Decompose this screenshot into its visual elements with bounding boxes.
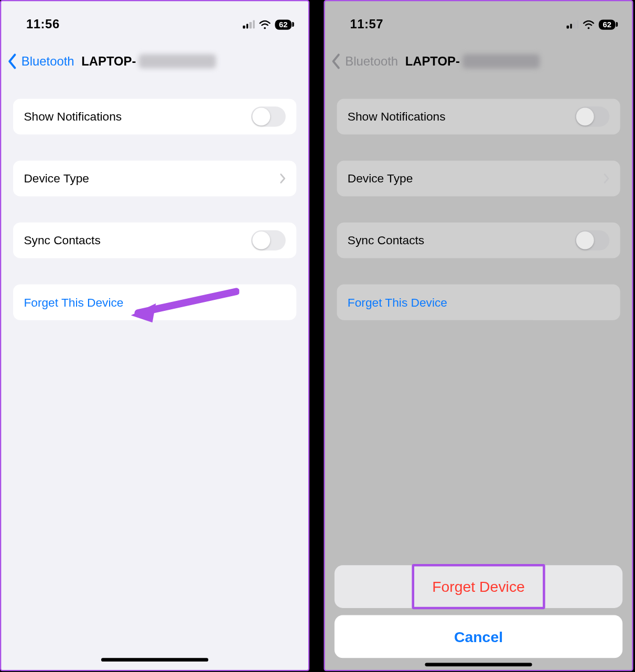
back-button: Bluetooth [345, 54, 398, 68]
sheet-cancel-button[interactable]: Cancel [335, 615, 622, 658]
row-sync-contacts[interactable]: Sync Contacts [13, 222, 296, 258]
toggle-show-notifications [575, 106, 609, 127]
annotation-highlight [412, 564, 545, 609]
settings-list: Show Notifications Device Type Sync Cont… [325, 79, 632, 320]
status-time: 11:56 [26, 17, 60, 31]
home-indicator[interactable] [101, 658, 208, 662]
cellular-signal-icon [567, 20, 579, 29]
status-icons: 62 [243, 19, 292, 29]
action-sheet: Forget Device Cancel [335, 558, 622, 658]
row-device-type: Device Type [337, 160, 620, 196]
forget-label: Forget This Device [348, 296, 447, 309]
row-label: Show Notifications [24, 110, 122, 123]
row-sync-contacts: Sync Contacts [337, 222, 620, 258]
toggle-sync-contacts [575, 230, 609, 251]
row-label: Device Type [24, 171, 89, 185]
row-label: Show Notifications [348, 110, 446, 123]
battery-indicator: 62 [275, 19, 292, 29]
page-title: LAPTOP- [81, 54, 216, 68]
cellular-signal-icon [243, 20, 255, 29]
chevron-right-icon [604, 173, 609, 183]
wifi-icon [259, 20, 271, 29]
title-redacted [462, 54, 540, 68]
back-chevron-icon[interactable] [7, 53, 18, 70]
wifi-icon [583, 20, 595, 29]
row-show-notifications: Show Notifications [337, 99, 620, 134]
status-bar: 11:57 62 [325, 1, 632, 37]
row-forget-device: Forget This Device [337, 285, 620, 320]
phone-left: 11:56 62 Bluetooth LAPTOP- Show Notifica… [0, 0, 309, 671]
chevron-right-icon [279, 173, 285, 183]
divider [309, 0, 324, 672]
back-button[interactable]: Bluetooth [21, 54, 74, 68]
row-device-type[interactable]: Device Type [13, 160, 296, 196]
phone-right: 11:57 62 Bluetooth LAPTOP- Show Notifica… [324, 0, 633, 671]
status-icons: 62 [567, 19, 616, 29]
row-label: Sync Contacts [348, 233, 424, 247]
toggle-show-notifications[interactable] [251, 106, 286, 127]
battery-indicator: 62 [599, 19, 616, 29]
forget-label: Forget This Device [24, 296, 123, 309]
page-title: LAPTOP- [405, 54, 540, 68]
settings-list: Show Notifications Device Type Sync Cont… [1, 79, 308, 320]
title-redacted [138, 54, 216, 68]
sheet-cancel-label: Cancel [454, 628, 503, 645]
sheet-forget-button[interactable]: Forget Device [335, 565, 622, 608]
home-indicator[interactable] [425, 663, 532, 666]
nav-header: Bluetooth LAPTOP- [1, 37, 308, 78]
row-label: Sync Contacts [24, 233, 100, 247]
status-bar: 11:56 62 [1, 1, 308, 37]
title-prefix: LAPTOP- [81, 54, 136, 68]
row-label: Device Type [348, 171, 413, 185]
back-chevron-icon [331, 53, 341, 70]
row-show-notifications[interactable]: Show Notifications [13, 99, 296, 134]
row-forget-device[interactable]: Forget This Device [13, 285, 296, 320]
screenshot-pair: 11:56 62 Bluetooth LAPTOP- Show Notifica… [0, 0, 635, 672]
nav-header: Bluetooth LAPTOP- [325, 37, 632, 78]
toggle-sync-contacts[interactable] [251, 230, 286, 251]
title-prefix: LAPTOP- [405, 54, 460, 68]
status-time: 11:57 [350, 17, 383, 31]
